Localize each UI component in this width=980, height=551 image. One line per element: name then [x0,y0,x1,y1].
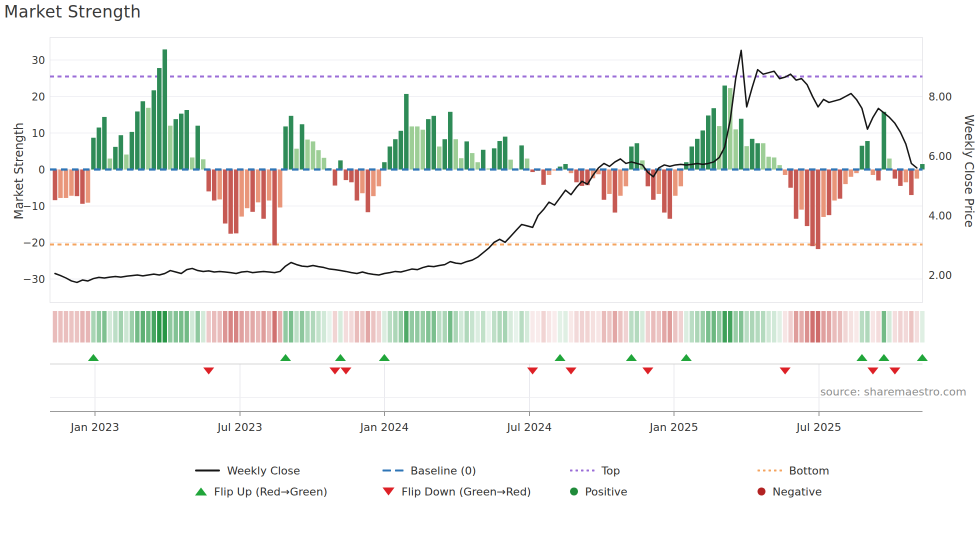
heatmap-cell [382,311,386,342]
heatmap-cell [218,311,222,342]
strength-bar [870,170,875,175]
legend-label: Top [602,464,620,477]
strength-bar [761,143,766,170]
heatmap-cell [201,311,206,342]
legend-label: Positive [585,486,628,498]
strength-bar [74,170,79,196]
strength-bar [184,110,189,170]
flip-down-marker-icon [203,368,214,374]
left-axis-tick-label: 20 [32,91,45,103]
strength-bar [267,170,272,200]
flip-up-icon [195,488,207,496]
left-axis-title: Market Strength [12,121,26,221]
heatmap-cell [108,311,112,342]
strength-bar [914,170,919,178]
heatmap-cell [542,311,546,342]
heatmap-cell [717,311,722,342]
heatmap-cell [442,311,447,342]
heatmap-cell [591,311,596,342]
heatmap-cell [354,311,359,342]
heatmap-cell [152,311,156,342]
heatmap-cell [404,311,408,342]
negative-dot-icon [758,488,766,496]
strength-bar [678,170,683,186]
strength-bar [656,170,661,194]
strength-bar [311,142,316,170]
heatmap-cell [870,311,875,342]
strength-bar [102,117,106,170]
left-axis-tick-label: 10 [32,128,45,140]
heatmap-cell [64,311,68,342]
heatmap-cell [508,311,513,342]
flip-down-icon [382,488,394,496]
strength-bar [196,126,200,170]
heatmap-cell [728,311,732,342]
strength-bar [322,158,326,170]
strength-bar [618,170,622,196]
heatmap-cell [684,311,688,342]
strength-bar [201,160,206,170]
heatmap-cell [322,311,326,342]
heatmap-cell [849,311,854,342]
strength-bar [272,170,277,246]
strength-bar [904,170,908,182]
heatmap-cell [234,311,238,342]
heatmap-cell [498,311,502,342]
strength-bar [607,170,612,194]
heatmap-cell [415,311,420,342]
heatmap-cell [53,311,58,342]
heatmap-cell [569,311,574,342]
heatmap-cell [612,311,617,342]
strength-bar [684,162,688,170]
flip-down-marker-icon [527,368,538,374]
strength-bar [492,148,496,170]
heatmap-cell [602,311,606,342]
strength-bar [420,130,425,170]
heatmap-cell [250,311,255,342]
heatmap-cell [794,311,798,342]
heatmap-cell [695,311,700,342]
strength-bar [146,108,150,170]
strength-bar [612,170,617,212]
heatmap-cell [162,311,167,342]
heatmap-cell [376,311,381,342]
strength-bar [437,146,442,170]
heatmap-cell [146,311,150,342]
strength-bar [371,170,376,196]
heatmap-cell [734,311,738,342]
legend: Weekly CloseBaseline (0)TopBottomFlip Up… [0,459,980,514]
top-dots-icon [570,470,594,472]
heatmap-cell [96,311,101,342]
strength-bar [349,170,354,182]
x-axis-tick-label: Jul 2025 [796,421,842,434]
strength-bar [250,170,255,212]
baseline-dash-icon [382,470,404,472]
strength-bar [865,141,870,170]
heatmap-cell [547,311,552,342]
weekly-close-line [55,50,917,282]
chart-canvas: Market Strength Market Strength Weekly C… [0,0,980,551]
heatmap-cell [706,311,710,342]
heatmap-cell [700,311,705,342]
heatmap-cell [179,311,184,342]
heatmap-cell [778,311,782,342]
heatmap-cell [267,311,272,342]
heatmap-cell [262,311,266,342]
heatmap-cell [240,311,244,342]
strength-bar [426,119,430,170]
heatmap-cell [470,311,474,342]
strength-bar [838,170,842,198]
strength-bar [234,170,238,234]
heatmap-cell [596,311,601,342]
strength-bar [464,142,469,170]
strength-bar [766,156,771,170]
strength-bar [470,153,474,170]
strength-bar [53,170,58,200]
strength-bar [662,170,666,212]
strength-bar [822,170,826,217]
strength-bar [542,170,546,185]
heatmap-cell [410,311,414,342]
left-axis-tick-label: −10 [23,200,45,212]
strength-bar [722,86,727,170]
strength-bar [805,170,810,226]
